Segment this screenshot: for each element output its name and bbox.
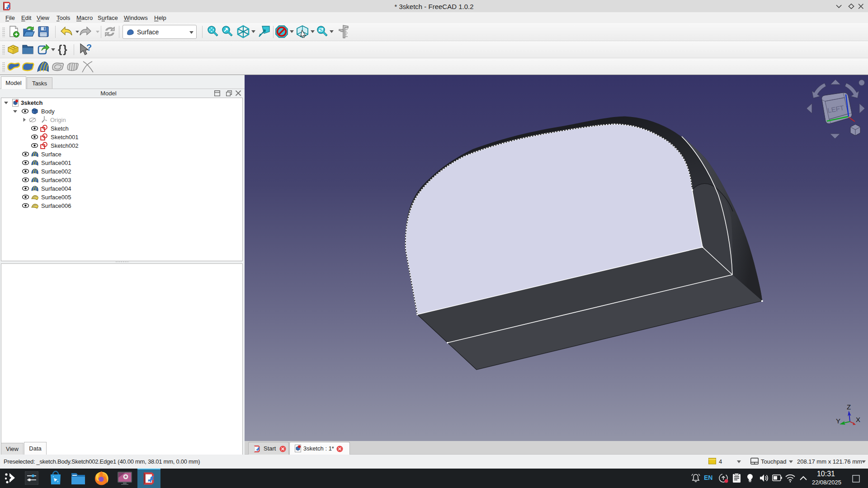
svg-text:X: X <box>856 416 860 423</box>
svg-text:Y: Y <box>836 417 840 425</box>
svg-text:?: ? <box>86 43 92 52</box>
svg-text:Z: Z <box>847 403 851 411</box>
